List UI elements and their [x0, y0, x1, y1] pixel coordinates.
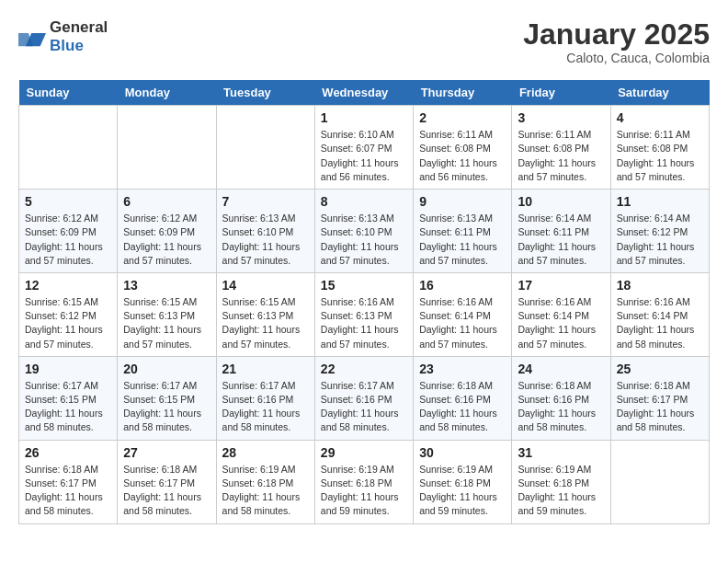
header-wednesday: Wednesday	[314, 80, 413, 106]
table-row	[19, 106, 118, 190]
table-row: 26Sunrise: 6:18 AMSunset: 6:17 PMDayligh…	[19, 440, 118, 523]
table-row: 15Sunrise: 6:16 AMSunset: 6:13 PMDayligh…	[314, 272, 413, 356]
calendar-subtitle: Caloto, Cauca, Colombia	[523, 51, 710, 65]
day-info: Sunrise: 6:16 AMSunset: 6:14 PMDaylight:…	[617, 295, 703, 351]
table-row	[610, 440, 709, 523]
header-thursday: Thursday	[414, 80, 512, 106]
date-number: 26	[25, 445, 111, 460]
day-info: Sunrise: 6:19 AMSunset: 6:18 PMDaylight:…	[222, 463, 309, 519]
day-info: Sunrise: 6:10 AMSunset: 6:07 PMDaylight:…	[321, 128, 407, 184]
table-row: 4Sunrise: 6:11 AMSunset: 6:08 PMDaylight…	[610, 106, 709, 190]
date-number: 17	[518, 278, 604, 293]
title-area: January 2025 Caloto, Cauca, Colombia	[523, 18, 710, 65]
table-row: 3Sunrise: 6:11 AMSunset: 6:08 PMDaylight…	[512, 106, 610, 190]
header-friday: Friday	[512, 80, 610, 106]
day-info: Sunrise: 6:17 AMSunset: 6:15 PMDaylight:…	[123, 379, 210, 435]
day-info: Sunrise: 6:19 AMSunset: 6:18 PMDaylight:…	[321, 463, 407, 519]
table-row: 1Sunrise: 6:10 AMSunset: 6:07 PMDaylight…	[314, 106, 413, 190]
day-info: Sunrise: 6:15 AMSunset: 6:13 PMDaylight:…	[222, 295, 309, 351]
day-info: Sunrise: 6:16 AMSunset: 6:13 PMDaylight:…	[321, 295, 407, 351]
day-info: Sunrise: 6:11 AMSunset: 6:08 PMDaylight:…	[518, 128, 604, 184]
date-number: 9	[419, 194, 506, 209]
day-info: Sunrise: 6:11 AMSunset: 6:08 PMDaylight:…	[419, 128, 506, 184]
calendar-table: Sunday Monday Tuesday Wednesday Thursday…	[18, 80, 710, 523]
table-row: 30Sunrise: 6:19 AMSunset: 6:18 PMDayligh…	[414, 440, 512, 523]
day-info: Sunrise: 6:18 AMSunset: 6:17 PMDaylight:…	[617, 379, 703, 435]
table-row: 17Sunrise: 6:16 AMSunset: 6:14 PMDayligh…	[512, 272, 610, 356]
header-sunday: Sunday	[19, 80, 118, 106]
date-number: 15	[321, 278, 407, 293]
logo-blue: Blue	[50, 37, 84, 54]
day-info: Sunrise: 6:17 AMSunset: 6:15 PMDaylight:…	[25, 379, 111, 435]
day-info: Sunrise: 6:19 AMSunset: 6:18 PMDaylight:…	[518, 463, 604, 519]
table-row: 9Sunrise: 6:13 AMSunset: 6:11 PMDaylight…	[414, 190, 512, 273]
day-info: Sunrise: 6:19 AMSunset: 6:18 PMDaylight:…	[419, 463, 506, 519]
date-number: 5	[25, 194, 111, 209]
date-number: 3	[518, 110, 604, 125]
logo: General Blue	[18, 18, 108, 55]
date-number: 24	[518, 362, 604, 376]
table-row: 7Sunrise: 6:13 AMSunset: 6:10 PMDaylight…	[216, 190, 314, 273]
day-info: Sunrise: 6:16 AMSunset: 6:14 PMDaylight:…	[518, 295, 604, 351]
date-number: 19	[25, 362, 111, 376]
date-number: 7	[222, 194, 309, 209]
table-row: 18Sunrise: 6:16 AMSunset: 6:14 PMDayligh…	[610, 272, 709, 356]
date-number: 25	[617, 362, 703, 376]
table-row: 20Sunrise: 6:17 AMSunset: 6:15 PMDayligh…	[118, 356, 216, 440]
day-info: Sunrise: 6:18 AMSunset: 6:17 PMDaylight:…	[25, 463, 111, 519]
day-info: Sunrise: 6:12 AMSunset: 6:09 PMDaylight:…	[123, 212, 210, 268]
table-row: 2Sunrise: 6:11 AMSunset: 6:08 PMDaylight…	[414, 106, 512, 190]
logo-icon	[18, 26, 46, 48]
table-row: 11Sunrise: 6:14 AMSunset: 6:12 PMDayligh…	[610, 190, 709, 273]
date-number: 2	[419, 110, 506, 125]
table-row: 19Sunrise: 6:17 AMSunset: 6:15 PMDayligh…	[19, 356, 118, 440]
day-info: Sunrise: 6:18 AMSunset: 6:16 PMDaylight:…	[518, 379, 604, 435]
day-info: Sunrise: 6:17 AMSunset: 6:16 PMDaylight:…	[321, 379, 407, 435]
day-info: Sunrise: 6:13 AMSunset: 6:11 PMDaylight:…	[419, 212, 506, 268]
table-row: 27Sunrise: 6:18 AMSunset: 6:17 PMDayligh…	[118, 440, 216, 523]
date-number: 27	[123, 445, 210, 460]
table-row: 21Sunrise: 6:17 AMSunset: 6:16 PMDayligh…	[216, 356, 314, 440]
date-number: 31	[518, 445, 604, 460]
day-info: Sunrise: 6:14 AMSunset: 6:12 PMDaylight:…	[617, 212, 703, 268]
date-number: 1	[321, 110, 407, 125]
table-row: 13Sunrise: 6:15 AMSunset: 6:13 PMDayligh…	[118, 272, 216, 356]
header-tuesday: Tuesday	[216, 80, 314, 106]
day-info: Sunrise: 6:16 AMSunset: 6:14 PMDaylight:…	[419, 295, 506, 351]
table-row: 24Sunrise: 6:18 AMSunset: 6:16 PMDayligh…	[512, 356, 610, 440]
date-number: 6	[123, 194, 210, 209]
table-row: 8Sunrise: 6:13 AMSunset: 6:10 PMDaylight…	[314, 190, 413, 273]
table-row: 29Sunrise: 6:19 AMSunset: 6:18 PMDayligh…	[314, 440, 413, 523]
day-info: Sunrise: 6:11 AMSunset: 6:08 PMDaylight:…	[617, 128, 703, 184]
table-row: 22Sunrise: 6:17 AMSunset: 6:16 PMDayligh…	[314, 356, 413, 440]
date-number: 14	[222, 278, 309, 293]
page-header: General Blue January 2025 Caloto, Cauca,…	[18, 18, 710, 65]
day-info: Sunrise: 6:12 AMSunset: 6:09 PMDaylight:…	[25, 212, 111, 268]
day-info: Sunrise: 6:17 AMSunset: 6:16 PMDaylight:…	[222, 379, 309, 435]
day-info: Sunrise: 6:18 AMSunset: 6:17 PMDaylight:…	[123, 463, 210, 519]
day-info: Sunrise: 6:15 AMSunset: 6:13 PMDaylight:…	[123, 295, 210, 351]
day-info: Sunrise: 6:18 AMSunset: 6:16 PMDaylight:…	[419, 379, 506, 435]
table-row: 23Sunrise: 6:18 AMSunset: 6:16 PMDayligh…	[414, 356, 512, 440]
table-row: 10Sunrise: 6:14 AMSunset: 6:11 PMDayligh…	[512, 190, 610, 273]
date-number: 10	[518, 194, 604, 209]
date-number: 18	[617, 278, 703, 293]
table-row: 16Sunrise: 6:16 AMSunset: 6:14 PMDayligh…	[414, 272, 512, 356]
header-monday: Monday	[118, 80, 216, 106]
date-number: 11	[617, 194, 703, 209]
date-number: 20	[123, 362, 210, 376]
table-row: 5Sunrise: 6:12 AMSunset: 6:09 PMDaylight…	[19, 190, 118, 273]
table-row: 6Sunrise: 6:12 AMSunset: 6:09 PMDaylight…	[118, 190, 216, 273]
table-row: 12Sunrise: 6:15 AMSunset: 6:12 PMDayligh…	[19, 272, 118, 356]
date-number: 22	[321, 362, 407, 376]
day-info: Sunrise: 6:15 AMSunset: 6:12 PMDaylight:…	[25, 295, 111, 351]
table-row	[118, 106, 216, 190]
date-number: 28	[222, 445, 309, 460]
day-info: Sunrise: 6:14 AMSunset: 6:11 PMDaylight:…	[518, 212, 604, 268]
date-number: 13	[123, 278, 210, 293]
table-row: 31Sunrise: 6:19 AMSunset: 6:18 PMDayligh…	[512, 440, 610, 523]
header-saturday: Saturday	[610, 80, 709, 106]
table-row	[216, 106, 314, 190]
date-number: 30	[419, 445, 506, 460]
date-number: 23	[419, 362, 506, 376]
